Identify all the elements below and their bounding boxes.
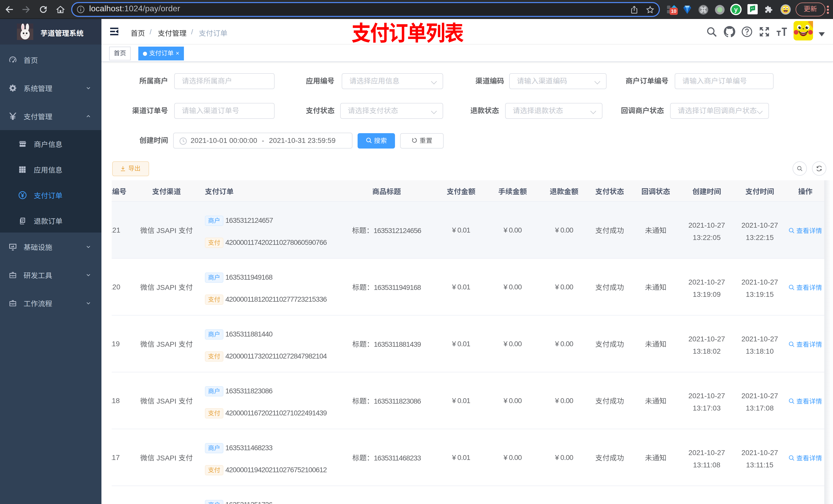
svg-text:y: y	[734, 6, 738, 13]
